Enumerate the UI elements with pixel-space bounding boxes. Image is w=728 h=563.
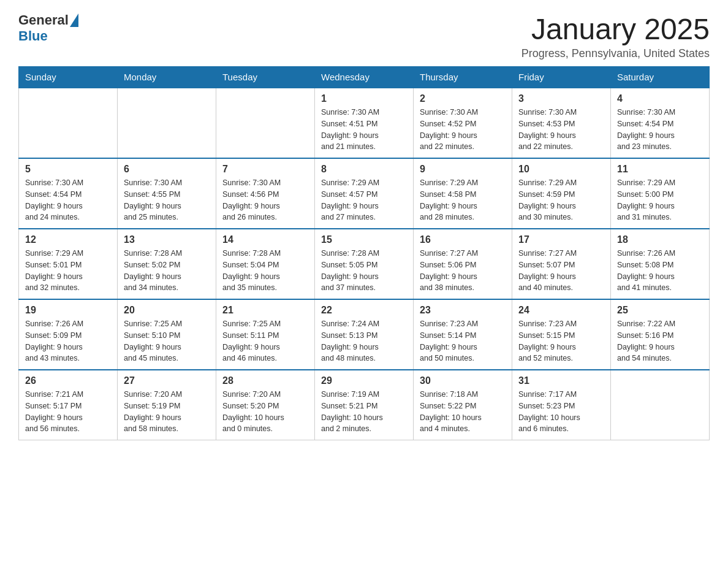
day-number: 30 (420, 375, 506, 386)
day-number: 18 (617, 234, 703, 245)
calendar-cell: 22Sunrise: 7:24 AMSunset: 5:13 PMDayligh… (315, 299, 414, 370)
week-row-2: 5Sunrise: 7:30 AMSunset: 4:54 PMDaylight… (19, 158, 710, 229)
header-friday: Friday (512, 67, 611, 88)
day-info: Sunrise: 7:23 AMSunset: 5:14 PMDaylight:… (420, 318, 506, 364)
calendar-cell: 23Sunrise: 7:23 AMSunset: 5:14 PMDayligh… (414, 299, 512, 370)
day-info: Sunrise: 7:19 AMSunset: 5:21 PMDaylight:… (321, 389, 407, 435)
calendar-cell (19, 88, 118, 158)
day-info: Sunrise: 7:27 AMSunset: 5:06 PMDaylight:… (420, 248, 506, 294)
day-info: Sunrise: 7:30 AMSunset: 4:53 PMDaylight:… (518, 107, 604, 153)
calendar-cell: 1Sunrise: 7:30 AMSunset: 4:51 PMDaylight… (315, 88, 414, 158)
calendar-cell: 26Sunrise: 7:21 AMSunset: 5:17 PMDayligh… (19, 370, 118, 440)
day-number: 27 (124, 375, 210, 386)
day-number: 6 (124, 164, 210, 175)
calendar-cell: 8Sunrise: 7:29 AMSunset: 4:57 PMDaylight… (315, 158, 414, 229)
calendar-subtitle: Progress, Pennsylvania, United States (521, 47, 710, 60)
calendar-cell: 31Sunrise: 7:17 AMSunset: 5:23 PMDayligh… (512, 370, 611, 440)
day-number: 4 (617, 93, 703, 104)
day-number: 28 (222, 375, 308, 386)
calendar-cell: 16Sunrise: 7:27 AMSunset: 5:06 PMDayligh… (414, 229, 512, 299)
calendar-cell: 30Sunrise: 7:18 AMSunset: 5:22 PMDayligh… (414, 370, 512, 440)
day-number: 26 (25, 375, 111, 386)
calendar-cell: 13Sunrise: 7:28 AMSunset: 5:02 PMDayligh… (118, 229, 216, 299)
day-number: 9 (420, 164, 506, 175)
calendar-cell: 10Sunrise: 7:29 AMSunset: 4:59 PMDayligh… (512, 158, 611, 229)
title-area: January 2025 Progress, Pennsylvania, Uni… (521, 12, 710, 60)
day-number: 12 (25, 234, 111, 245)
day-info: Sunrise: 7:29 AMSunset: 4:58 PMDaylight:… (420, 177, 506, 223)
day-number: 17 (518, 234, 604, 245)
calendar-cell (216, 88, 315, 158)
calendar-cell: 9Sunrise: 7:29 AMSunset: 4:58 PMDaylight… (414, 158, 512, 229)
day-info: Sunrise: 7:29 AMSunset: 4:59 PMDaylight:… (518, 177, 604, 223)
day-number: 21 (222, 305, 308, 316)
day-number: 7 (222, 164, 308, 175)
day-info: Sunrise: 7:29 AMSunset: 4:57 PMDaylight:… (321, 177, 407, 223)
day-info: Sunrise: 7:30 AMSunset: 4:54 PMDaylight:… (25, 177, 111, 223)
day-number: 14 (222, 234, 308, 245)
day-info: Sunrise: 7:28 AMSunset: 5:02 PMDaylight:… (124, 248, 210, 294)
weekday-header-row: Sunday Monday Tuesday Wednesday Thursday… (19, 67, 710, 88)
day-info: Sunrise: 7:29 AMSunset: 5:01 PMDaylight:… (25, 248, 111, 294)
calendar-cell: 6Sunrise: 7:30 AMSunset: 4:55 PMDaylight… (118, 158, 216, 229)
day-info: Sunrise: 7:30 AMSunset: 4:55 PMDaylight:… (124, 177, 210, 223)
day-number: 3 (518, 93, 604, 104)
day-number: 13 (124, 234, 210, 245)
calendar-cell (611, 370, 710, 440)
header-monday: Monday (118, 67, 216, 88)
calendar-title: January 2025 (521, 12, 710, 46)
calendar-table: Sunday Monday Tuesday Wednesday Thursday… (18, 66, 710, 440)
day-number: 31 (518, 375, 604, 386)
day-info: Sunrise: 7:21 AMSunset: 5:17 PMDaylight:… (25, 389, 111, 435)
day-number: 23 (420, 305, 506, 316)
day-info: Sunrise: 7:30 AMSunset: 4:54 PMDaylight:… (617, 107, 703, 153)
day-info: Sunrise: 7:20 AMSunset: 5:19 PMDaylight:… (124, 389, 210, 435)
day-number: 22 (321, 305, 407, 316)
calendar-cell: 7Sunrise: 7:30 AMSunset: 4:56 PMDaylight… (216, 158, 315, 229)
calendar-cell: 17Sunrise: 7:27 AMSunset: 5:07 PMDayligh… (512, 229, 611, 299)
calendar-cell: 20Sunrise: 7:25 AMSunset: 5:10 PMDayligh… (118, 299, 216, 370)
header-saturday: Saturday (611, 67, 710, 88)
day-number: 20 (124, 305, 210, 316)
day-info: Sunrise: 7:29 AMSunset: 5:00 PMDaylight:… (617, 177, 703, 223)
day-info: Sunrise: 7:20 AMSunset: 5:20 PMDaylight:… (222, 389, 308, 435)
calendar-cell: 5Sunrise: 7:30 AMSunset: 4:54 PMDaylight… (19, 158, 118, 229)
day-info: Sunrise: 7:26 AMSunset: 5:09 PMDaylight:… (25, 318, 111, 364)
day-number: 5 (25, 164, 111, 175)
calendar-cell: 18Sunrise: 7:26 AMSunset: 5:08 PMDayligh… (611, 229, 710, 299)
day-number: 2 (420, 93, 506, 104)
day-number: 8 (321, 164, 407, 175)
day-info: Sunrise: 7:26 AMSunset: 5:08 PMDaylight:… (617, 248, 703, 294)
logo-blue: Blue (18, 28, 48, 44)
day-number: 1 (321, 93, 407, 104)
day-info: Sunrise: 7:23 AMSunset: 5:15 PMDaylight:… (518, 318, 604, 364)
calendar-cell: 25Sunrise: 7:22 AMSunset: 5:16 PMDayligh… (611, 299, 710, 370)
calendar-cell: 14Sunrise: 7:28 AMSunset: 5:04 PMDayligh… (216, 229, 315, 299)
day-number: 11 (617, 164, 703, 175)
week-row-4: 19Sunrise: 7:26 AMSunset: 5:09 PMDayligh… (19, 299, 710, 370)
calendar-cell: 2Sunrise: 7:30 AMSunset: 4:52 PMDaylight… (414, 88, 512, 158)
calendar-cell: 19Sunrise: 7:26 AMSunset: 5:09 PMDayligh… (19, 299, 118, 370)
header-sunday: Sunday (19, 67, 118, 88)
calendar-cell: 4Sunrise: 7:30 AMSunset: 4:54 PMDaylight… (611, 88, 710, 158)
day-number: 10 (518, 164, 604, 175)
header-wednesday: Wednesday (315, 67, 414, 88)
header: General Blue January 2025 Progress, Penn… (18, 12, 710, 60)
day-number: 19 (25, 305, 111, 316)
logo: General Blue (18, 12, 78, 44)
day-info: Sunrise: 7:24 AMSunset: 5:13 PMDaylight:… (321, 318, 407, 364)
day-info: Sunrise: 7:27 AMSunset: 5:07 PMDaylight:… (518, 248, 604, 294)
calendar-cell: 21Sunrise: 7:25 AMSunset: 5:11 PMDayligh… (216, 299, 315, 370)
day-number: 16 (420, 234, 506, 245)
day-info: Sunrise: 7:17 AMSunset: 5:23 PMDaylight:… (518, 389, 604, 435)
calendar-cell: 12Sunrise: 7:29 AMSunset: 5:01 PMDayligh… (19, 229, 118, 299)
day-info: Sunrise: 7:30 AMSunset: 4:51 PMDaylight:… (321, 107, 407, 153)
week-row-1: 1Sunrise: 7:30 AMSunset: 4:51 PMDaylight… (19, 88, 710, 158)
calendar-cell: 3Sunrise: 7:30 AMSunset: 4:53 PMDaylight… (512, 88, 611, 158)
calendar-cell: 29Sunrise: 7:19 AMSunset: 5:21 PMDayligh… (315, 370, 414, 440)
day-number: 15 (321, 234, 407, 245)
calendar-cell (118, 88, 216, 158)
day-number: 25 (617, 305, 703, 316)
calendar-cell: 11Sunrise: 7:29 AMSunset: 5:00 PMDayligh… (611, 158, 710, 229)
calendar-cell: 15Sunrise: 7:28 AMSunset: 5:05 PMDayligh… (315, 229, 414, 299)
